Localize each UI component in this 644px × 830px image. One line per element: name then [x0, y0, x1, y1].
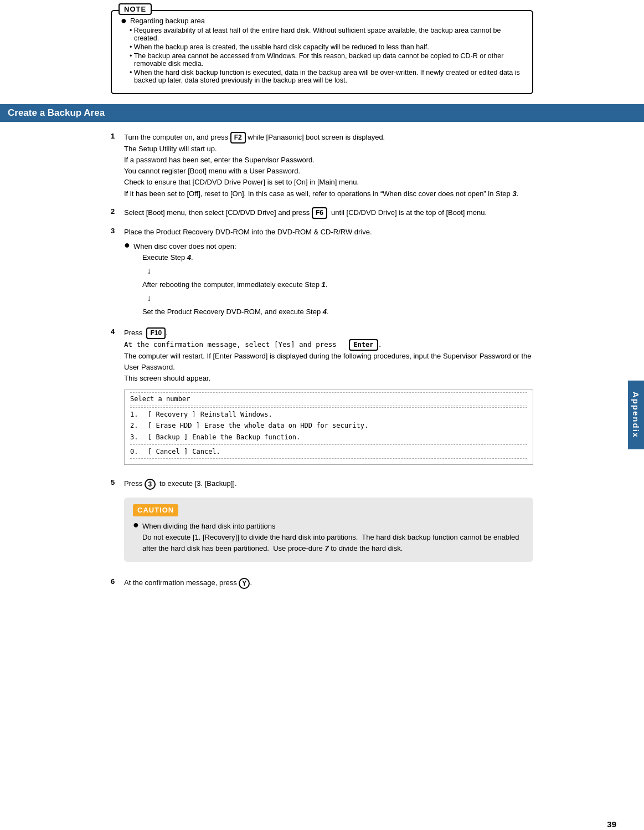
- screen-select-label: Select a number: [130, 392, 527, 406]
- step-number: 5: [111, 478, 122, 486]
- note-item: The backup area cannot be accessed from …: [121, 52, 523, 68]
- section-title: Create a Backup Area: [8, 107, 105, 118]
- caution-bullet-title: When dividing the hard disk into partiti…: [142, 521, 524, 532]
- sub-line: Execute Step 4.: [142, 252, 533, 263]
- key-button: F10: [146, 327, 166, 339]
- step-item: 4Press F10.At the confirmation message, …: [111, 327, 533, 470]
- caution-text: When dividing the hard disk into partiti…: [142, 521, 524, 554]
- right-tab-label: Appendix: [631, 392, 641, 438]
- note-item: When the hard disk backup function is ex…: [121, 69, 523, 84]
- screen-row-desc: Cancel.: [192, 447, 527, 457]
- sub-bullet-title: When disc cover does not open:: [133, 241, 533, 252]
- screen-row-label: [ Erase HDD ]: [148, 421, 200, 431]
- step-content: Select [Boot] menu, then select [CD/DVD …: [124, 207, 533, 219]
- note-label: NOTE: [119, 3, 152, 15]
- step-line: Check to ensure that [CD/DVD Drive Power…: [124, 177, 533, 188]
- caution-label: CAUTION: [133, 504, 178, 516]
- sub-bullet-content: When disc cover does not open: Execute S…: [133, 241, 533, 317]
- step-line: This screen should appear.: [124, 373, 533, 384]
- step-number: 4: [111, 327, 122, 336]
- sub-line: Set the Product Recovery DVD-ROM, and ex…: [142, 306, 533, 317]
- step-number: 6: [111, 577, 122, 586]
- step-line: The computer will restart. If [Enter Pas…: [124, 351, 533, 373]
- step-line: Place the Product Recovery DVD-ROM into …: [124, 227, 533, 238]
- caution-box: CAUTION ● When dividing the hard disk in…: [124, 498, 533, 562]
- step-content: At the confirmation message, press Y.: [124, 577, 533, 589]
- key-button: 3: [145, 479, 156, 490]
- step-line: Turn the computer on, and press F2 while…: [124, 132, 533, 144]
- main-content: 1Turn the computer on, and press F2 whil…: [0, 132, 644, 613]
- step-content: Press F10.At the confirmation message, s…: [124, 327, 533, 470]
- sub-bullet-lines: Execute Step 4. ↓ After rebooting the co…: [133, 252, 533, 317]
- screen-row-desc: Reinstall Windows.: [200, 409, 527, 420]
- sub-bullet: ● When disc cover does not open: Execute…: [124, 241, 533, 317]
- step-item: 5Press 3 to execute [3. [Backup]]. CAUTI…: [111, 478, 533, 570]
- screen-row: 3. [ Backup ] Enable the Backup function…: [130, 432, 527, 443]
- step-line: The Setup Utility will start up.: [124, 144, 533, 155]
- step-line: Select [Boot] menu, then select [CD/DVD …: [124, 207, 533, 219]
- step-number: 3: [111, 227, 122, 235]
- sub-line: After rebooting the computer, immediatel…: [142, 279, 533, 290]
- key-button: Y: [239, 578, 250, 589]
- screen-row: 2. [ Erase HDD ] Erase the whole data on…: [130, 420, 527, 432]
- screen-row: 0. [ Cancel ] Cancel.: [130, 446, 527, 458]
- screen-row-desc: Erase the whole data on HDD for security…: [204, 421, 527, 431]
- page-container: NOTE ● Regarding backup area Requires av…: [0, 10, 644, 830]
- screen-row-label: [ Backup ]: [148, 432, 188, 443]
- step-item: 3Place the Product Recovery DVD-ROM into…: [111, 227, 533, 320]
- right-tab: Appendix: [628, 381, 644, 449]
- note-item: When the backup area is created, the usa…: [121, 43, 523, 51]
- step-line: At the confirmation message, select [Yes…: [124, 339, 533, 351]
- step-content: Place the Product Recovery DVD-ROM into …: [124, 227, 533, 320]
- step-content: Turn the computer on, and press F2 while…: [124, 132, 533, 199]
- step-item: 1Turn the computer on, and press F2 whil…: [111, 132, 533, 199]
- note-title-row: ● Regarding backup area: [121, 17, 523, 25]
- note-box: NOTE ● Regarding backup area Requires av…: [111, 10, 533, 94]
- key-button: F6: [312, 207, 327, 219]
- note-items: Requires availability of at least half o…: [121, 27, 523, 84]
- step-content: Press 3 to execute [3. [Backup]]. CAUTIO…: [124, 478, 533, 570]
- step-item: 2Select [Boot] menu, then select [CD/DVD…: [111, 207, 533, 219]
- steps-container: 1Turn the computer on, and press F2 whil…: [111, 132, 533, 589]
- note-bullet-dot: ●: [121, 16, 127, 25]
- key-button: F2: [230, 132, 246, 144]
- step-item: 6At the confirmation message, press Y.: [111, 577, 533, 589]
- arrow-down: ↓: [147, 264, 533, 278]
- screen-row-desc: Enable the Backup function.: [192, 432, 527, 443]
- caution-body: Do not execute [1. [Recovery]] to divide…: [142, 532, 524, 554]
- screen-row-label: [ Cancel ]: [148, 447, 188, 457]
- section-header: Create a Backup Area: [0, 104, 644, 122]
- screen-row: 1. [ Recovery ] Reinstall Windows.: [130, 409, 527, 421]
- step-line: Press F10.: [124, 327, 533, 339]
- screen-row-label: [ Recovery ]: [148, 409, 196, 420]
- step-line: At the confirmation message, press Y.: [124, 577, 533, 589]
- step-line: You cannot register [Boot] menu with a U…: [124, 166, 533, 177]
- arrow-down: ↓: [147, 291, 533, 305]
- caution-content: ● When dividing the hard disk into parti…: [133, 521, 524, 554]
- screen-row-num: 1.: [130, 409, 143, 420]
- caution-label-wrap: CAUTION: [133, 504, 524, 521]
- screen-row-num: 3.: [130, 432, 143, 443]
- screen-row-num: 0.: [130, 447, 143, 457]
- enter-key-button: Enter: [349, 339, 378, 351]
- note-title: Regarding backup area: [130, 17, 205, 25]
- note-item: Requires availability of at least half o…: [121, 27, 523, 42]
- page-number: 39: [607, 819, 616, 829]
- step-line: Press 3 to execute [3. [Backup]].: [124, 478, 533, 490]
- caution-dot: ●: [133, 520, 139, 530]
- bullet-dot: ●: [124, 240, 130, 250]
- screen-row-num: 2.: [130, 421, 143, 431]
- step-number: 1: [111, 132, 122, 140]
- screen-box: Select a number 1. [ Recovery ] Reinstal…: [124, 390, 533, 465]
- step-number: 2: [111, 207, 122, 216]
- step-line: If a password has been set, enter the Su…: [124, 155, 533, 166]
- step-line: If it has been set to [Off], reset to [O…: [124, 188, 533, 199]
